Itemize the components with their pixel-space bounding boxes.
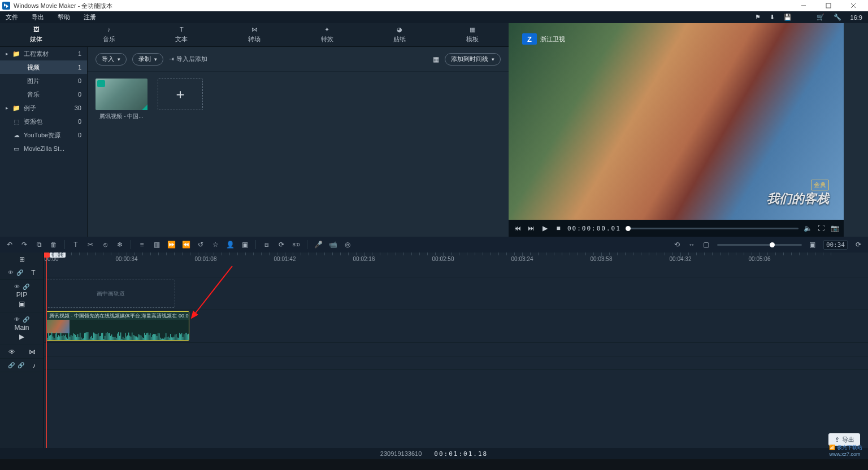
person-icon[interactable]: 👤 xyxy=(226,241,234,249)
track-head-ruler[interactable]: ⊞ xyxy=(0,253,44,266)
save-icon[interactable]: 💾 xyxy=(784,14,792,21)
sidebar-item[interactable]: 音乐0 xyxy=(0,88,87,101)
speed-fwd-icon[interactable]: ⏩ xyxy=(167,241,175,249)
cart-icon[interactable]: 🛒 xyxy=(817,14,824,21)
sidebar-item[interactable]: ☁YouTube资源0 xyxy=(0,128,87,142)
record-button[interactable]: 录制▾ xyxy=(132,53,163,66)
track-head-text[interactable]: 👁🔗T xyxy=(0,266,44,280)
mic-icon[interactable]: 🎤 xyxy=(314,241,322,249)
download-icon[interactable]: ⬇ xyxy=(770,14,775,21)
play-icon[interactable]: ▶ xyxy=(540,224,549,232)
sidebar-item[interactable]: ▸📁例子30 xyxy=(0,101,87,115)
crop-icon[interactable]: ⧈ xyxy=(263,241,271,249)
sidebar-item[interactable]: 视频1 xyxy=(0,60,87,74)
fullscreen-icon[interactable]: ⛶ xyxy=(817,224,826,232)
tab-text[interactable]: T文本 xyxy=(145,23,218,46)
svg-rect-125 xyxy=(184,334,184,340)
window-minimize[interactable] xyxy=(791,0,816,11)
menu-register[interactable]: 注册 xyxy=(84,13,96,21)
snow-icon[interactable]: ❄ xyxy=(116,241,124,249)
skip-back-icon[interactable]: ⏮ xyxy=(513,224,522,232)
zoom-out-icon[interactable]: ▢ xyxy=(702,241,710,249)
tab-transition[interactable]: ⋈转场 xyxy=(218,23,291,46)
camera2-icon[interactable]: 📹 xyxy=(329,241,337,249)
main-clip[interactable]: 腾讯视频 - 中国领先的在线视频媒体平台,海量高清视频在 00:0 xyxy=(46,311,189,341)
track-audio[interactable] xyxy=(44,356,868,370)
undo-icon[interactable]: ↶ xyxy=(6,241,14,249)
track-transition[interactable] xyxy=(44,343,868,356)
loop-icon[interactable]: ⟲ xyxy=(673,241,681,249)
menu-export[interactable]: 导出 xyxy=(32,13,44,21)
sidebar-item[interactable]: ⬚资源包0 xyxy=(0,115,87,128)
add-to-timeline[interactable]: 添加到时间线▾ xyxy=(445,53,501,66)
star-icon[interactable]: ☆ xyxy=(211,241,219,249)
grid-view-icon[interactable]: ▦ xyxy=(433,55,439,63)
columns-icon[interactable]: ▥ xyxy=(153,241,160,249)
media-clip-thumb[interactable]: 腾讯视频 - 中国... xyxy=(96,79,147,120)
snapshot-icon[interactable]: 📷 xyxy=(830,224,839,232)
track-head-main[interactable]: 👁🔗 Main ▶ xyxy=(0,312,44,345)
svg-rect-113 xyxy=(170,334,171,340)
redo-icon[interactable]: ↷ xyxy=(20,241,28,249)
zoom-in-icon[interactable]: ▣ xyxy=(809,241,817,249)
refresh-icon[interactable]: ⟳ xyxy=(854,241,862,249)
speed-rev-icon[interactable]: ⏪ xyxy=(182,241,190,249)
track-head-pip[interactable]: 👁🔗 PIP ▣ xyxy=(0,280,44,312)
tab-template[interactable]: ▦模板 xyxy=(436,23,509,46)
tab-media[interactable]: 🖼媒体 xyxy=(0,23,73,46)
svg-rect-34 xyxy=(81,337,81,340)
track-text[interactable] xyxy=(44,266,868,277)
volume-icon[interactable]: 🔈 xyxy=(803,224,812,232)
reverse-icon[interactable]: ↺ xyxy=(197,241,205,249)
playhead[interactable]: 0:00 xyxy=(46,253,47,459)
sidebar-item[interactable]: 图片0 xyxy=(0,74,87,88)
svg-rect-23 xyxy=(68,333,69,340)
tab-music[interactable]: ♪音乐 xyxy=(73,23,146,46)
rotate-icon[interactable]: ⟳ xyxy=(277,241,285,249)
target-icon[interactable]: ◎ xyxy=(344,241,351,249)
status-id: 230919133610 xyxy=(380,450,422,457)
status-bar: 230919133610 00:01:01.18 xyxy=(0,448,868,459)
format-icon[interactable]: 8:0 xyxy=(292,242,300,247)
add-media-button[interactable]: + xyxy=(158,79,203,110)
menu-help[interactable]: 帮助 xyxy=(58,13,70,21)
skip-fwd-icon[interactable]: ⏭ xyxy=(527,224,536,232)
key-icon[interactable]: 🔧 xyxy=(834,14,841,21)
timeline-canvas[interactable]: 00:00:0000:00:3400:01:0800:01:4200:02:16… xyxy=(44,253,868,459)
aspect-ratio[interactable]: 16:9 xyxy=(850,14,862,21)
menu-file[interactable]: 文件 xyxy=(6,13,18,21)
import-button[interactable]: 导入▾ xyxy=(96,53,127,66)
list-icon[interactable]: ≡ xyxy=(138,241,146,249)
svg-rect-44 xyxy=(92,338,93,340)
player-seekbar[interactable] xyxy=(626,228,798,229)
pip-drop-area[interactable]: 画中画轨道 xyxy=(46,280,175,308)
split-icon[interactable]: ⎋ xyxy=(101,241,109,249)
sidebar-item[interactable]: ▭MovieZilla St... xyxy=(0,142,87,155)
svg-rect-5 xyxy=(48,333,49,340)
window-maximize[interactable] xyxy=(816,0,841,11)
stop-icon[interactable]: ■ xyxy=(554,224,563,232)
zoom-slider[interactable] xyxy=(717,244,802,246)
import-then-add[interactable]: ⇥导入后添加 xyxy=(169,55,207,63)
svg-rect-47 xyxy=(96,334,96,340)
window-close[interactable] xyxy=(841,0,866,11)
cut-icon[interactable]: ✂ xyxy=(86,241,94,249)
tab-effect[interactable]: ✦特效 xyxy=(290,23,363,46)
fit-icon[interactable]: ↔ xyxy=(688,241,696,249)
trash-icon[interactable]: 🗑 xyxy=(50,241,58,249)
copy-icon[interactable]: ⧉ xyxy=(35,241,43,249)
time-ruler[interactable]: 00:00:0000:00:3400:01:0800:01:4200:02:16… xyxy=(44,253,868,266)
preview-viewport[interactable]: 浙江卫视 金典 我们的客栈 xyxy=(509,23,844,220)
sidebar-item[interactable]: ▸📁工程素材1 xyxy=(0,47,87,60)
svg-rect-56 xyxy=(106,333,106,340)
svg-rect-54 xyxy=(103,339,104,340)
track-pip[interactable]: 画中画轨道 xyxy=(44,277,868,310)
svg-rect-25 xyxy=(71,335,71,340)
flag-icon[interactable]: ⚑ xyxy=(755,14,761,21)
pip-icon[interactable]: ▣ xyxy=(241,241,249,249)
track-main[interactable]: 腾讯视频 - 中国领先的在线视频媒体平台,海量高清视频在 00:0 xyxy=(44,310,868,343)
track-head-audio[interactable]: 🔗🔗♪ xyxy=(0,359,44,372)
tab-sticker[interactable]: ◕贴纸 xyxy=(363,23,436,46)
text-tool-icon[interactable]: T xyxy=(72,241,80,249)
track-head-trans[interactable]: 👁⋈ xyxy=(0,345,44,359)
